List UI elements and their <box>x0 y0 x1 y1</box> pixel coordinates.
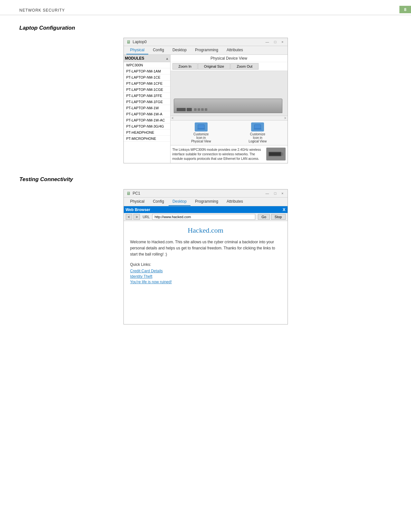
module-nm-1ce[interactable]: PT-LAPTOP-NM-1CE <box>124 74 170 81</box>
port-5 <box>201 108 204 111</box>
port-6 <box>205 108 207 111</box>
laptop-section-title: Laptop Configuration <box>19 25 392 31</box>
module-headphone[interactable]: PT-HEADPHONE <box>124 130 170 136</box>
quick-link-credit-card[interactable]: Credit Card Details <box>130 269 281 273</box>
browser-close-button[interactable]: X <box>283 207 286 212</box>
device-viewport <box>171 71 288 116</box>
tab-programming[interactable]: Programming <box>191 46 222 54</box>
testing-section: Testing Connectivity 🖥 PC1 — □ × Physica… <box>19 176 392 324</box>
site-body-text: Welcome to Hacked.com. This site allows … <box>130 239 281 258</box>
scroll-right-icon[interactable]: > <box>284 116 286 120</box>
pc1-tab-attributes[interactable]: Attributes <box>223 198 247 206</box>
url-label: URL <box>142 215 150 219</box>
laptop-render <box>174 95 288 116</box>
pc1-close-button[interactable]: × <box>280 191 285 196</box>
pc1-window-controls: — □ × <box>264 191 285 196</box>
site-title: Hacked.com <box>130 226 281 235</box>
module-nm-1ffe[interactable]: PT-LAPTOP-NM-1FFE <box>124 93 170 99</box>
tab-config[interactable]: Config <box>149 46 168 54</box>
horizontal-scrollbar[interactable]: < > <box>171 116 288 121</box>
customize-physical-label: CustomizeIcon inPhysical View <box>191 132 211 143</box>
module-nm-1w-ac[interactable]: PT-LAPTOP-NM-1W-AC <box>124 117 170 123</box>
svg-rect-1 <box>197 129 205 130</box>
module-nm-1w-a[interactable]: PT-LAPTOP-NM-1W-A <box>124 111 170 117</box>
laptop-window-controls: — □ × <box>264 40 285 44</box>
customize-logical-label: CustomizeIcon inLogical View <box>249 132 267 143</box>
customize-logical-icon <box>251 122 264 131</box>
url-input[interactable] <box>152 214 255 220</box>
port-4 <box>198 108 200 111</box>
port-3 <box>194 108 197 111</box>
module-microphone[interactable]: PT-MICROPHONE <box>124 136 170 142</box>
browser-title: Web Browser <box>126 208 150 212</box>
laptop-icon: 🖥 <box>126 39 131 44</box>
module-image <box>266 148 286 160</box>
laptop-tabs: Physical Config Desktop Programming Attr… <box>124 46 288 55</box>
pc1-titlebar: 🖥 PC1 — □ × <box>124 189 288 198</box>
browser-nav-bar: < > URL Go Stop <box>124 213 288 221</box>
forward-button[interactable]: > <box>133 214 140 220</box>
close-button[interactable]: × <box>280 40 285 44</box>
pc1-minimize-button[interactable]: — <box>264 191 270 196</box>
quick-link-identity-theft[interactable]: Identity Theft <box>130 274 281 279</box>
svg-rect-2 <box>254 125 261 129</box>
go-button[interactable]: Go <box>258 214 270 220</box>
page-number: 8 <box>399 6 411 13</box>
pc1-icon: 🖥 <box>126 191 131 196</box>
svg-rect-0 <box>198 125 204 129</box>
zoom-bar: Zoom In Original Size Zoom Out <box>171 62 288 71</box>
laptop-logical-svg <box>254 124 261 130</box>
laptop-window-title: Laptop0 <box>133 40 147 44</box>
modules-label: MODULES <box>125 56 144 61</box>
customize-bar: CustomizeIcon inPhysical View CustomizeI… <box>171 121 288 145</box>
pc1-tab-config[interactable]: Config <box>149 198 168 206</box>
module-nm-1cfe[interactable]: PT-LAPTOP-NM-1CFE <box>124 81 170 87</box>
stop-button[interactable]: Stop <box>271 214 286 220</box>
pc1-tab-programming[interactable]: Programming <box>191 198 222 206</box>
original-size-button[interactable]: Original Size <box>198 63 230 70</box>
svg-rect-3 <box>254 129 261 130</box>
laptop-section: Laptop Configuration 🖥 Laptop0 — □ × Phy… <box>19 25 392 163</box>
testing-section-title: Testing Connectivity <box>19 176 392 183</box>
tab-physical[interactable]: Physical <box>126 46 149 54</box>
port-1 <box>177 108 186 111</box>
maximize-button[interactable]: □ <box>273 40 278 44</box>
laptop-titlebar: 🖥 Laptop0 — □ × <box>124 38 288 46</box>
scroll-left-icon[interactable]: < <box>172 116 174 120</box>
module-nm-1cge[interactable]: PT-LAPTOP-NM-1CGE <box>124 87 170 93</box>
customize-logical[interactable]: CustomizeIcon inLogical View <box>249 122 267 143</box>
module-nm-1am[interactable]: PT-LAPTOP-NM-1AM <box>124 68 170 74</box>
customize-physical[interactable]: CustomizeIcon inPhysical View <box>191 122 211 143</box>
tab-attributes[interactable]: Attributes <box>223 46 247 54</box>
module-nm-1w[interactable]: PT-LAPTOP-NM-1W <box>124 105 170 111</box>
back-button[interactable]: < <box>126 214 132 220</box>
module-nm-3g4g[interactable]: PT-LAPTOP-NM-3G/4G <box>124 123 170 130</box>
browser-toolbar: Web Browser X <box>124 206 288 213</box>
page-header: NETWORK SECURITY <box>0 0 411 15</box>
laptop-title-left: 🖥 Laptop0 <box>126 39 147 44</box>
device-panel: Physical Device View Zoom In Original Si… <box>171 55 288 163</box>
tab-desktop[interactable]: Desktop <box>169 46 191 54</box>
customize-physical-icon <box>195 122 208 131</box>
modules-header: MODULES ▲ <box>124 55 170 62</box>
laptop-window: 🖥 Laptop0 — □ × Physical Config Desktop … <box>123 38 288 163</box>
pc1-tab-desktop[interactable]: Desktop <box>169 198 191 206</box>
svg-rect-6 <box>269 152 281 156</box>
zoom-in-button[interactable]: Zoom In <box>172 63 198 70</box>
pc1-maximize-button[interactable]: □ <box>273 191 278 196</box>
module-description: The Linksys-WPC300N module provides one … <box>172 148 266 161</box>
quick-link-life-ruined[interactable]: You're life is now ruined! <box>130 280 281 284</box>
minimize-button[interactable]: — <box>264 40 270 44</box>
module-wpc300n[interactable]: WPC300N <box>124 62 170 68</box>
laptop-body-render <box>174 99 282 113</box>
zoom-out-button[interactable]: Zoom Out <box>230 63 259 70</box>
module-svg <box>268 149 284 159</box>
pc1-tabs: Physical Config Desktop Programming Attr… <box>124 198 288 206</box>
description-bar: The Linksys-WPC300N module provides one … <box>171 145 288 163</box>
scroll-up-icon[interactable]: ▲ <box>166 57 169 60</box>
module-nm-1fge[interactable]: PT-LAPTOP-NM-1FGE <box>124 99 170 105</box>
modules-panel: MODULES ▲ WPC300N PT-LAPTOP-NM-1AM PT-LA… <box>124 55 171 163</box>
laptop-body: MODULES ▲ WPC300N PT-LAPTOP-NM-1AM PT-LA… <box>124 55 288 163</box>
pc1-tab-physical[interactable]: Physical <box>126 198 149 206</box>
port-2 <box>187 108 192 111</box>
